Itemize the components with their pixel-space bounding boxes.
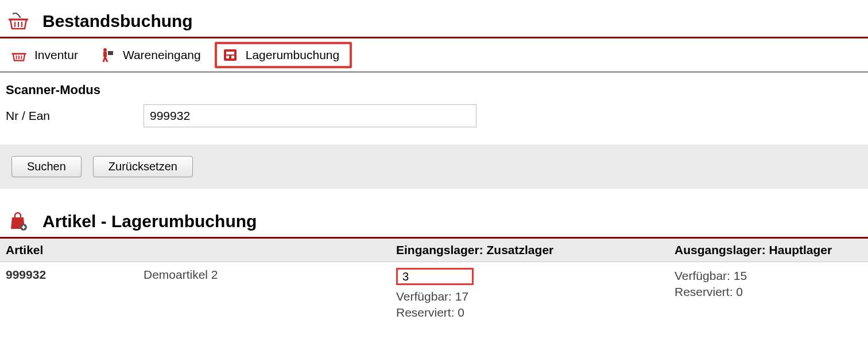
scanner-section: Scanner-Modus Nr / Ean bbox=[0, 72, 868, 132]
basket-icon bbox=[9, 13, 28, 30]
svg-rect-16 bbox=[231, 56, 234, 59]
svg-rect-12 bbox=[108, 51, 113, 55]
svg-line-11 bbox=[105, 57, 107, 62]
table-row: 999932 Demoartikel 2 Verfügbar: 17 Reser… bbox=[0, 262, 868, 326]
article-heading: Artikel - Lagerumbuchung bbox=[42, 212, 257, 231]
delivery-person-icon bbox=[100, 48, 115, 63]
search-button[interactable]: Suchen bbox=[11, 156, 82, 177]
tab-transfer[interactable]: Lagerumbuchung bbox=[215, 42, 352, 68]
svg-rect-15 bbox=[226, 56, 229, 59]
outgoing-reserved: Reserviert: 0 bbox=[675, 284, 862, 300]
article-table-header: Artikel Eingangslager: Zusatzlager Ausga… bbox=[0, 239, 868, 262]
scanner-input[interactable] bbox=[144, 104, 476, 127]
scanner-label: Nr / Ean bbox=[6, 109, 144, 123]
tab-label: Wareneingang bbox=[123, 48, 201, 62]
svg-rect-9 bbox=[103, 52, 107, 57]
incoming-available: Verfügbar: 17 bbox=[396, 289, 663, 305]
outgoing-available: Verfügbar: 15 bbox=[675, 268, 862, 284]
article-section-header: Artikel - Lagerumbuchung bbox=[0, 189, 868, 239]
warehouse-transfer-icon bbox=[223, 48, 238, 63]
tab-label: Lagerumbuchung bbox=[246, 48, 339, 62]
tabs-bar: Inventur Wareneingang Lagerumbuchung bbox=[0, 38, 868, 72]
article-table: Artikel Eingangslager: Zusatzlager Ausga… bbox=[0, 239, 868, 326]
basket-icon bbox=[11, 49, 26, 61]
page-header: Bestandsbuchung bbox=[0, 0, 868, 38]
page-title: Bestandsbuchung bbox=[42, 11, 193, 31]
svg-point-8 bbox=[103, 48, 107, 52]
svg-rect-13 bbox=[224, 49, 237, 61]
col-header-incoming: Eingangslager: Zusatzlager bbox=[390, 239, 669, 262]
scanner-heading: Scanner-Modus bbox=[6, 83, 862, 98]
col-header-article: Artikel bbox=[0, 239, 390, 262]
search-button-bar: Suchen Zurücksetzen bbox=[0, 145, 868, 189]
reset-button[interactable]: Zurücksetzen bbox=[93, 156, 193, 177]
tab-inventory[interactable]: Inventur bbox=[3, 40, 92, 70]
tab-label: Inventur bbox=[34, 48, 78, 62]
article-name: Demoartikel 2 bbox=[144, 268, 218, 321]
tab-incoming[interactable]: Wareneingang bbox=[92, 40, 215, 71]
col-header-outgoing: Ausgangslager: Hauptlager bbox=[669, 239, 868, 262]
incoming-reserved: Reserviert: 0 bbox=[396, 305, 663, 321]
shopping-bag-add-icon bbox=[9, 212, 28, 231]
quantity-input[interactable] bbox=[396, 268, 474, 285]
article-number: 999932 bbox=[6, 268, 144, 321]
svg-rect-14 bbox=[226, 52, 234, 54]
